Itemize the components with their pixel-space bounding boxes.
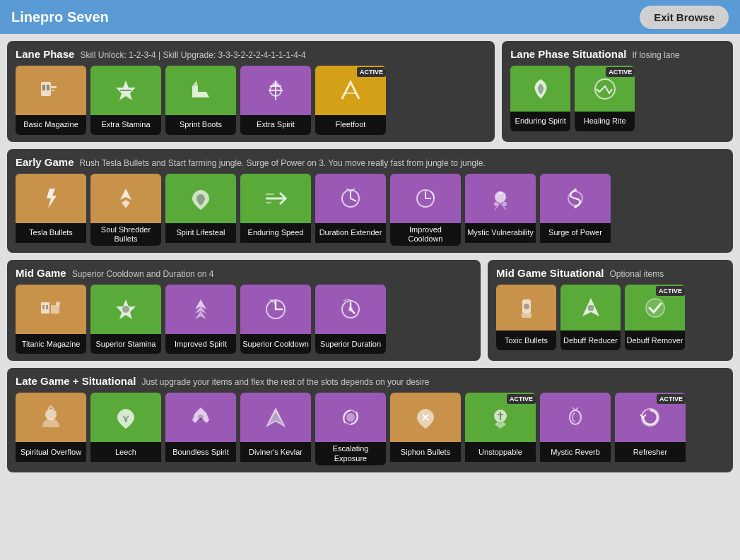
item-label: Enduring Spirit — [510, 112, 570, 131]
svg-point-30 — [198, 415, 204, 420]
item-label: Extra Stamina — [90, 115, 161, 135]
list-item[interactable]: ACTIVEUnstoppable — [465, 393, 536, 465]
list-item[interactable]: Mystic Reverb — [540, 393, 611, 465]
item-label: Sprint Boots — [165, 115, 236, 135]
item-label: Siphon Bullets — [390, 442, 461, 462]
app-title: Linepro Seven — [11, 9, 109, 25]
healing_rite-icon: ACTIVE — [575, 66, 635, 112]
mid-game-subtitle: Superior Cooldown and Duration on 4 — [72, 269, 214, 279]
list-item[interactable]: Diviner's Kevlar — [240, 393, 311, 465]
svg-rect-17 — [51, 305, 59, 314]
list-item[interactable]: Toxic Bullets — [496, 285, 556, 350]
svg-point-32 — [346, 413, 355, 422]
tesla-icon — [16, 174, 86, 223]
item-label: Soul Shredder Bullets — [90, 223, 161, 246]
mid-situational-subtitle: Optional items — [610, 269, 664, 279]
list-item[interactable]: Surge of Power — [540, 174, 611, 246]
list-item[interactable]: Superior Cooldown — [240, 285, 311, 354]
magazine-icon — [16, 66, 86, 115]
svg-point-29 — [45, 409, 57, 420]
list-item[interactable]: Basic Magazine — [16, 66, 86, 135]
late-game-title: Late Game + Situational — [16, 375, 136, 387]
leech-icon — [90, 393, 161, 442]
late-game-subtitle: Just upgrade your items and flex the res… — [141, 377, 429, 387]
item-label: Diviner's Kevlar — [240, 442, 311, 462]
enduring_speed-icon — [240, 174, 311, 223]
item-label: Refresher — [615, 442, 686, 462]
list-item[interactable]: Improved Cooldown — [390, 174, 461, 246]
improved_cooldown-icon — [390, 174, 461, 223]
lane-situational-header: Lane Phase Situational If losing lane — [510, 48, 724, 60]
list-item[interactable]: Titanic Magazine — [16, 285, 86, 354]
toxic-icon — [496, 285, 556, 330]
list-item[interactable]: Duration Extender — [315, 174, 386, 246]
item-label: Tesla Bullets — [16, 223, 86, 243]
lane-phase-subtitle: Skill Unlock: 1-2-3-4 | Skill Upgrade: 3… — [80, 50, 305, 60]
list-item[interactable]: Leech — [90, 393, 161, 465]
list-item[interactable]: Tesla Bullets — [16, 174, 86, 246]
siphon-icon — [390, 393, 461, 442]
item-label: Toxic Bullets — [496, 330, 556, 350]
sup_cooldown-icon — [240, 285, 311, 334]
early-game-subtitle: Rush Tesla Bullets and Start farming jun… — [80, 158, 486, 168]
list-item[interactable]: Extra Spirit — [240, 66, 311, 135]
spiritual-icon — [16, 393, 86, 442]
item-label: Mystic Vulnerability — [465, 223, 536, 243]
list-item[interactable]: ACTIVERefresher — [615, 393, 686, 465]
item-label: Duration Extender — [315, 223, 386, 243]
list-item[interactable]: Enduring Spirit — [510, 66, 570, 131]
boundless-icon — [165, 393, 236, 442]
item-label: Superior Duration — [315, 334, 386, 354]
diviners-icon — [240, 393, 311, 442]
list-item[interactable]: ACTIVEFleetfoot — [315, 66, 386, 135]
svg-point-26 — [524, 304, 529, 309]
list-item[interactable]: Superior Stamina — [90, 285, 161, 354]
list-item[interactable]: Soul Shredder Bullets — [90, 174, 161, 246]
list-item[interactable]: Enduring Speed — [240, 174, 311, 246]
list-item[interactable]: Siphon Bullets — [390, 393, 461, 465]
list-item[interactable]: Mystic Vulnerability — [465, 174, 536, 246]
item-label: Superior Cooldown — [240, 334, 311, 354]
imp_spirit-icon — [165, 285, 236, 334]
item-label: Basic Magazine — [16, 115, 86, 135]
row-lane-phase: Lane Phase Skill Unlock: 1-2-3-4 | Skill… — [7, 41, 733, 142]
item-label: Spiritual Overflow — [16, 442, 86, 462]
active-badge: ACTIVE — [656, 286, 685, 296]
svg-rect-18 — [42, 305, 45, 309]
lane-phase-title: Lane Phase — [16, 48, 74, 60]
refresher-icon: ACTIVE — [615, 393, 686, 442]
list-item[interactable]: Boundless Spirit — [165, 393, 236, 465]
enduring_spirit-icon — [510, 66, 570, 112]
list-item[interactable]: Spirit Lifesteal — [165, 174, 236, 246]
lane-phase-items: Basic MagazineExtra StaminaSprint BootsE… — [16, 66, 486, 135]
active-badge: ACTIVE — [657, 394, 686, 404]
svg-rect-3 — [51, 86, 57, 88]
item-label: Unstoppable — [465, 442, 536, 462]
list-item[interactable]: ACTIVEDebuff Remover — [625, 285, 685, 350]
section-late-game: Late Game + Situational Just upgrade you… — [7, 368, 733, 472]
list-item[interactable]: Improved Spirit — [165, 285, 236, 354]
titanic-icon — [16, 285, 86, 334]
surge_power-icon — [540, 174, 611, 223]
list-item[interactable]: Debuff Reducer — [560, 285, 621, 350]
item-label: Superior Stamina — [90, 334, 161, 354]
list-item[interactable]: Superior Duration — [315, 285, 386, 354]
row-early-game: Early Game Rush Tesla Bullets and Start … — [7, 149, 733, 253]
item-label: Mystic Reverb — [540, 442, 611, 462]
item-label: Improved Cooldown — [390, 223, 461, 246]
item-label: Improved Spirit — [165, 334, 236, 354]
exit-browse-button[interactable]: Exit Browse — [640, 6, 729, 29]
list-item[interactable]: Escalating Exposure — [315, 393, 386, 465]
mystic_reverb-icon — [540, 393, 611, 442]
row-mid-game: Mid Game Superior Cooldown and Duration … — [7, 260, 733, 361]
lane-phase-header: Lane Phase Skill Unlock: 1-2-3-4 | Skill… — [16, 48, 486, 60]
list-item[interactable]: Spiritual Overflow — [16, 393, 86, 465]
row-late-game: Late Game + Situational Just upgrade you… — [7, 368, 733, 472]
item-label: Spirit Lifesteal — [165, 223, 236, 243]
list-item[interactable]: Sprint Boots — [165, 66, 236, 135]
list-item[interactable]: Extra Stamina — [90, 66, 161, 135]
mid-game-header: Mid Game Superior Cooldown and Duration … — [16, 267, 472, 279]
lane-situational-subtitle: If losing lane — [632, 50, 679, 60]
list-item[interactable]: ACTIVEHealing Rite — [575, 66, 635, 131]
early-game-title: Early Game — [16, 156, 74, 168]
